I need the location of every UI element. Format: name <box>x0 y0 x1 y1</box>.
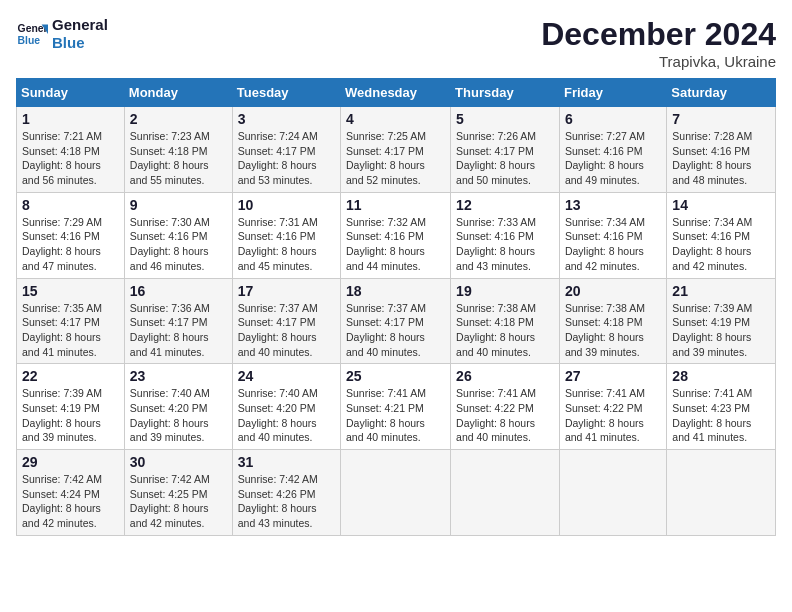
calendar-cell: 26Sunrise: 7:41 AMSunset: 4:22 PMDayligh… <box>451 364 560 450</box>
day-number: 4 <box>346 111 445 127</box>
location-subtitle: Trapivka, Ukraine <box>541 53 776 70</box>
calendar-cell: 5Sunrise: 7:26 AMSunset: 4:17 PMDaylight… <box>451 107 560 193</box>
calendar-table: SundayMondayTuesdayWednesdayThursdayFrid… <box>16 78 776 536</box>
day-number: 18 <box>346 283 445 299</box>
day-number: 8 <box>22 197 119 213</box>
day-info: Sunrise: 7:30 AMSunset: 4:16 PMDaylight:… <box>130 215 227 274</box>
svg-text:Blue: Blue <box>18 35 41 46</box>
day-number: 25 <box>346 368 445 384</box>
day-number: 13 <box>565 197 661 213</box>
day-info: Sunrise: 7:27 AMSunset: 4:16 PMDaylight:… <box>565 129 661 188</box>
day-number: 7 <box>672 111 770 127</box>
day-info: Sunrise: 7:37 AMSunset: 4:17 PMDaylight:… <box>346 301 445 360</box>
day-number: 21 <box>672 283 770 299</box>
day-number: 22 <box>22 368 119 384</box>
day-info: Sunrise: 7:34 AMSunset: 4:16 PMDaylight:… <box>565 215 661 274</box>
month-title: December 2024 <box>541 16 776 53</box>
calendar-cell: 7Sunrise: 7:28 AMSunset: 4:16 PMDaylight… <box>667 107 776 193</box>
day-number: 16 <box>130 283 227 299</box>
calendar-cell: 29Sunrise: 7:42 AMSunset: 4:24 PMDayligh… <box>17 450 125 536</box>
header-saturday: Saturday <box>667 79 776 107</box>
day-number: 9 <box>130 197 227 213</box>
calendar-cell: 2Sunrise: 7:23 AMSunset: 4:18 PMDaylight… <box>124 107 232 193</box>
header-friday: Friday <box>559 79 666 107</box>
day-info: Sunrise: 7:41 AMSunset: 4:22 PMDaylight:… <box>565 386 661 445</box>
calendar-cell: 15Sunrise: 7:35 AMSunset: 4:17 PMDayligh… <box>17 278 125 364</box>
day-info: Sunrise: 7:32 AMSunset: 4:16 PMDaylight:… <box>346 215 445 274</box>
calendar-cell: 1Sunrise: 7:21 AMSunset: 4:18 PMDaylight… <box>17 107 125 193</box>
logo-line1: General <box>52 16 108 34</box>
calendar-cell: 16Sunrise: 7:36 AMSunset: 4:17 PMDayligh… <box>124 278 232 364</box>
day-number: 24 <box>238 368 335 384</box>
calendar-cell: 10Sunrise: 7:31 AMSunset: 4:16 PMDayligh… <box>232 192 340 278</box>
day-number: 29 <box>22 454 119 470</box>
calendar-cell: 21Sunrise: 7:39 AMSunset: 4:19 PMDayligh… <box>667 278 776 364</box>
week-row-4: 22Sunrise: 7:39 AMSunset: 4:19 PMDayligh… <box>17 364 776 450</box>
day-info: Sunrise: 7:33 AMSunset: 4:16 PMDaylight:… <box>456 215 554 274</box>
day-number: 30 <box>130 454 227 470</box>
day-number: 23 <box>130 368 227 384</box>
day-info: Sunrise: 7:35 AMSunset: 4:17 PMDaylight:… <box>22 301 119 360</box>
header-sunday: Sunday <box>17 79 125 107</box>
day-number: 20 <box>565 283 661 299</box>
calendar-cell: 8Sunrise: 7:29 AMSunset: 4:16 PMDaylight… <box>17 192 125 278</box>
day-info: Sunrise: 7:41 AMSunset: 4:21 PMDaylight:… <box>346 386 445 445</box>
day-number: 19 <box>456 283 554 299</box>
day-number: 1 <box>22 111 119 127</box>
calendar-cell <box>341 450 451 536</box>
calendar-cell: 6Sunrise: 7:27 AMSunset: 4:16 PMDaylight… <box>559 107 666 193</box>
day-info: Sunrise: 7:41 AMSunset: 4:22 PMDaylight:… <box>456 386 554 445</box>
day-info: Sunrise: 7:39 AMSunset: 4:19 PMDaylight:… <box>672 301 770 360</box>
day-info: Sunrise: 7:23 AMSunset: 4:18 PMDaylight:… <box>130 129 227 188</box>
day-number: 5 <box>456 111 554 127</box>
day-number: 31 <box>238 454 335 470</box>
calendar-cell: 4Sunrise: 7:25 AMSunset: 4:17 PMDaylight… <box>341 107 451 193</box>
calendar-cell: 11Sunrise: 7:32 AMSunset: 4:16 PMDayligh… <box>341 192 451 278</box>
header-thursday: Thursday <box>451 79 560 107</box>
header-tuesday: Tuesday <box>232 79 340 107</box>
day-info: Sunrise: 7:41 AMSunset: 4:23 PMDaylight:… <box>672 386 770 445</box>
day-info: Sunrise: 7:37 AMSunset: 4:17 PMDaylight:… <box>238 301 335 360</box>
day-number: 28 <box>672 368 770 384</box>
day-info: Sunrise: 7:26 AMSunset: 4:17 PMDaylight:… <box>456 129 554 188</box>
calendar-cell: 23Sunrise: 7:40 AMSunset: 4:20 PMDayligh… <box>124 364 232 450</box>
header-monday: Monday <box>124 79 232 107</box>
week-row-1: 1Sunrise: 7:21 AMSunset: 4:18 PMDaylight… <box>17 107 776 193</box>
calendar-cell: 30Sunrise: 7:42 AMSunset: 4:25 PMDayligh… <box>124 450 232 536</box>
day-info: Sunrise: 7:40 AMSunset: 4:20 PMDaylight:… <box>238 386 335 445</box>
day-info: Sunrise: 7:39 AMSunset: 4:19 PMDaylight:… <box>22 386 119 445</box>
calendar-cell <box>667 450 776 536</box>
day-number: 3 <box>238 111 335 127</box>
week-row-3: 15Sunrise: 7:35 AMSunset: 4:17 PMDayligh… <box>17 278 776 364</box>
day-number: 11 <box>346 197 445 213</box>
day-info: Sunrise: 7:25 AMSunset: 4:17 PMDaylight:… <box>346 129 445 188</box>
calendar-cell: 28Sunrise: 7:41 AMSunset: 4:23 PMDayligh… <box>667 364 776 450</box>
logo-line2: Blue <box>52 34 108 52</box>
day-number: 2 <box>130 111 227 127</box>
calendar-cell: 25Sunrise: 7:41 AMSunset: 4:21 PMDayligh… <box>341 364 451 450</box>
week-row-2: 8Sunrise: 7:29 AMSunset: 4:16 PMDaylight… <box>17 192 776 278</box>
day-number: 14 <box>672 197 770 213</box>
calendar-cell <box>451 450 560 536</box>
day-info: Sunrise: 7:42 AMSunset: 4:25 PMDaylight:… <box>130 472 227 531</box>
calendar-cell: 18Sunrise: 7:37 AMSunset: 4:17 PMDayligh… <box>341 278 451 364</box>
day-number: 17 <box>238 283 335 299</box>
calendar-cell: 17Sunrise: 7:37 AMSunset: 4:17 PMDayligh… <box>232 278 340 364</box>
calendar-cell: 22Sunrise: 7:39 AMSunset: 4:19 PMDayligh… <box>17 364 125 450</box>
logo-icon: General Blue <box>16 18 48 50</box>
day-info: Sunrise: 7:40 AMSunset: 4:20 PMDaylight:… <box>130 386 227 445</box>
header-wednesday: Wednesday <box>341 79 451 107</box>
calendar-cell: 19Sunrise: 7:38 AMSunset: 4:18 PMDayligh… <box>451 278 560 364</box>
day-info: Sunrise: 7:38 AMSunset: 4:18 PMDaylight:… <box>565 301 661 360</box>
calendar-cell: 14Sunrise: 7:34 AMSunset: 4:16 PMDayligh… <box>667 192 776 278</box>
day-info: Sunrise: 7:38 AMSunset: 4:18 PMDaylight:… <box>456 301 554 360</box>
day-info: Sunrise: 7:28 AMSunset: 4:16 PMDaylight:… <box>672 129 770 188</box>
calendar-cell: 12Sunrise: 7:33 AMSunset: 4:16 PMDayligh… <box>451 192 560 278</box>
page-header: General Blue General Blue December 2024 … <box>16 16 776 70</box>
day-info: Sunrise: 7:42 AMSunset: 4:26 PMDaylight:… <box>238 472 335 531</box>
calendar-cell: 3Sunrise: 7:24 AMSunset: 4:17 PMDaylight… <box>232 107 340 193</box>
day-number: 10 <box>238 197 335 213</box>
day-number: 26 <box>456 368 554 384</box>
calendar-cell: 24Sunrise: 7:40 AMSunset: 4:20 PMDayligh… <box>232 364 340 450</box>
calendar-cell: 9Sunrise: 7:30 AMSunset: 4:16 PMDaylight… <box>124 192 232 278</box>
